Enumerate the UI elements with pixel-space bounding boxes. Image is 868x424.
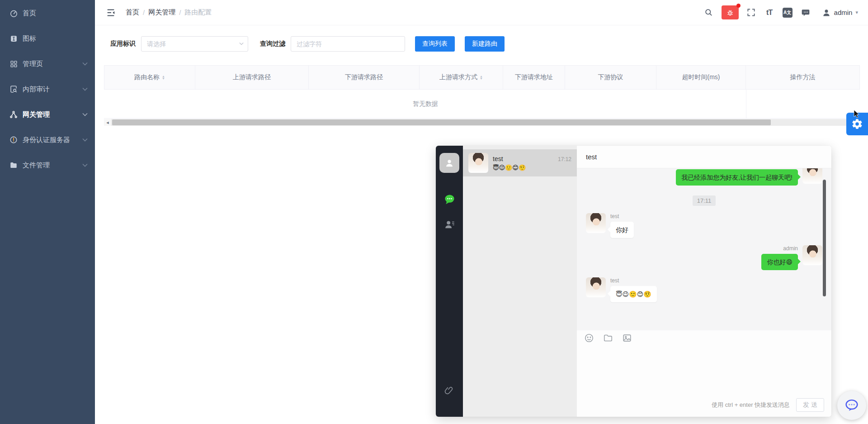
app-id-select-input[interactable] [141, 36, 248, 52]
message-bubble: 你好 [610, 222, 634, 238]
translate-icon[interactable]: A文 [782, 7, 793, 18]
filter-input[interactable] [291, 36, 405, 52]
sort-icon[interactable]: ▲▼ [162, 75, 165, 80]
rail-avatar[interactable] [439, 153, 459, 173]
dashboard-icon [9, 9, 18, 18]
horizontal-scrollbar: ◄ [104, 119, 860, 126]
contact-meta: test 17:12 😇😉🙂😊🤨 [493, 155, 571, 171]
scrollbar-track[interactable] [111, 119, 860, 126]
bug-icon [726, 9, 734, 17]
message-received: test 你好 [586, 213, 822, 238]
chat-tab-icon[interactable] [443, 193, 456, 205]
contact-time: 17:12 [558, 156, 571, 162]
message-scrollbar-thumb[interactable] [823, 180, 826, 296]
scrollbar-thumb[interactable] [112, 119, 771, 125]
font-size-icon[interactable]: tT [764, 7, 775, 18]
folder-icon[interactable] [603, 333, 613, 343]
chevron-down-icon [82, 113, 88, 116]
contact-preview: 😇😉🙂😊🤨 [493, 164, 571, 171]
sidebar-item-icons[interactable]: 图标 [0, 29, 95, 48]
bug-button[interactable] [722, 5, 739, 19]
user-name: admin [834, 9, 853, 16]
breadcrumb-gateway[interactable]: 网关管理 [148, 8, 175, 17]
col-route-name[interactable]: 路由名称 ▲▼ [104, 66, 195, 89]
message-sent: admin 你也好😄 [586, 245, 822, 270]
send-hint: 使用 ctrl + enter 快捷发送消息 [712, 401, 790, 409]
sidebar-item-label: 管理页 [23, 60, 82, 68]
col-downstream-protocol: 下游协议 [565, 66, 656, 89]
breadcrumb: 首页 / 网关管理 / 路由配置 [126, 8, 212, 17]
message-avatar [586, 277, 606, 297]
fullscreen-icon[interactable] [746, 7, 757, 18]
contact-name: test [493, 155, 503, 162]
sidebar-item-gateway[interactable]: 网关管理 [0, 105, 95, 124]
breadcrumb-current: 路由配置 [184, 8, 212, 17]
filter-input-wrap [291, 36, 405, 52]
user-avatar-icon [822, 8, 831, 17]
sidebar-item-file-management[interactable]: 文件管理 [0, 156, 95, 175]
menu-collapse-icon[interactable] [106, 8, 116, 18]
emoji-icon[interactable] [584, 333, 594, 343]
composer-toolbar [577, 330, 831, 346]
app-id-select[interactable] [141, 36, 248, 52]
search-icon[interactable] [703, 7, 714, 18]
chat-launcher-fab[interactable] [837, 391, 866, 420]
create-route-button[interactable]: 新建路由 [465, 36, 505, 52]
chevron-down-icon [82, 163, 88, 167]
message-avatar [802, 168, 822, 184]
breadcrumb-home[interactable]: 首页 [126, 8, 139, 17]
breadcrumb-separator: / [179, 9, 181, 16]
contact-item[interactable]: test 17:12 😇😉🙂😊🤨 [463, 149, 577, 176]
message-avatar [802, 245, 822, 265]
contacts-tab-icon[interactable] [443, 218, 456, 231]
col-actions: 操作方法 [746, 66, 859, 89]
image-icon[interactable] [622, 333, 632, 343]
paperclip-icon[interactable] [443, 384, 456, 397]
message-sent: 我已经添加您为好友,让我们一起聊天吧! [586, 169, 822, 186]
sidebar-item-auth-server[interactable]: 身份认证服务器 [0, 130, 95, 149]
col-downstream-path: 下游请求路径 [309, 66, 420, 89]
message-icon[interactable] [800, 7, 811, 18]
message-bubble: 你也好😄 [761, 254, 798, 270]
table-header-row: 路由名称 ▲▼ 上游请求路径 下游请求路径 上游请求方式 ▲▼ 下游请求地址 下… [104, 65, 860, 90]
col-upstream-method[interactable]: 上游请求方式 ▲▼ [420, 66, 503, 89]
sidebar-item-label: 身份认证服务器 [23, 136, 82, 144]
filter-label: 查询过滤 [260, 40, 285, 48]
caret-down-icon: ▾ [855, 10, 858, 15]
chevron-down-icon [82, 138, 88, 142]
col-timeout: 超时时间(ms) [656, 66, 746, 89]
chat-main: test 我已经添加您为好友,让我们一起聊天吧! 17:11 test 你好 [577, 146, 831, 417]
composer-footer: 使用 ctrl + enter 快捷发送消息 发 送 [577, 396, 831, 417]
audit-search-icon [9, 85, 18, 94]
empty-state: 暂无数据 [104, 90, 747, 118]
grid-icon [9, 59, 18, 68]
sidebar-item-label: 内部审计 [23, 85, 82, 94]
contact-list: test 17:12 😇😉🙂😊🤨 [463, 146, 577, 417]
scroll-left-arrow[interactable]: ◄ [104, 119, 111, 126]
time-chip: 17:11 [693, 195, 716, 206]
col-downstream-address: 下游请求地址 [503, 66, 565, 89]
sidebar-item-admin-pages[interactable]: 管理页 [0, 54, 95, 73]
sidebar-item-home[interactable]: 首页 [0, 4, 95, 23]
message-list: 我已经添加您为好友,让我们一起聊天吧! 17:11 test 你好 [577, 168, 831, 330]
sidebar-item-internal-audit[interactable]: 内部审计 [0, 80, 95, 99]
user-placeholder-icon [444, 158, 454, 168]
message-input[interactable] [577, 346, 831, 396]
send-button[interactable]: 发 送 [796, 398, 824, 412]
app-root: 首页 图标 管理页 内部审计 网关管理 [0, 0, 868, 424]
chat-rail [436, 146, 463, 417]
topbar: 首页 / 网关管理 / 路由配置 tT A文 [95, 0, 868, 25]
user-menu[interactable]: admin ▾ [822, 8, 858, 17]
chevron-down-icon [82, 62, 88, 66]
contact-avatar [468, 153, 488, 173]
app-id-label: 应用标识 [110, 40, 136, 48]
chat-title: test [577, 146, 831, 168]
message-received: test 😇😉🙂😊🤨 [586, 277, 822, 302]
chat-bubble-icon [843, 397, 860, 414]
settings-fab[interactable] [846, 113, 868, 135]
chat-panel: test 17:12 😇😉🙂😊🤨 test 我已经添加您为好友,让我们一起聊天吧… [436, 146, 831, 417]
col-upstream-path: 上游请求路径 [195, 66, 309, 89]
query-list-button[interactable]: 查询列表 [415, 36, 455, 52]
breadcrumb-separator: / [143, 9, 145, 16]
sort-icon[interactable]: ▲▼ [480, 75, 483, 80]
